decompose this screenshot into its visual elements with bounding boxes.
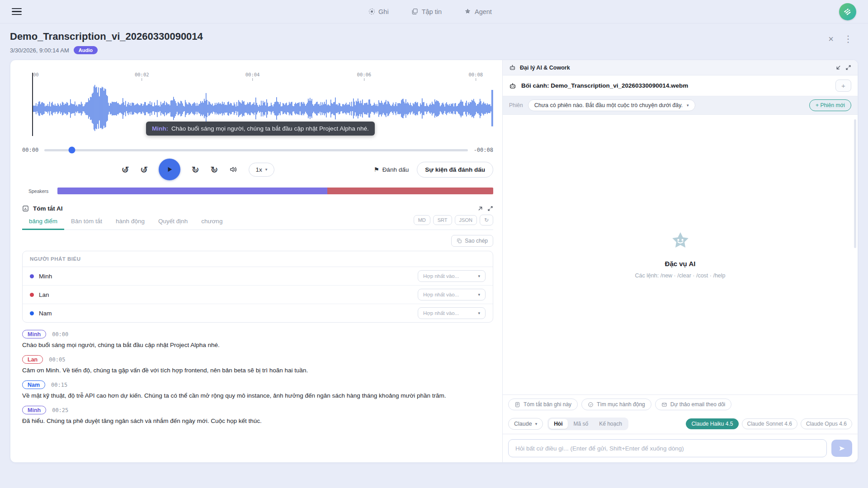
nav-label: Tập tin [422,8,442,15]
mark-button[interactable]: ⚑ Đánh dấu [374,166,409,173]
merge-into-select[interactable]: Hợp nhất vào... ▾ [418,289,486,300]
playhead[interactable] [32,73,33,136]
transcript-timestamp: 00:15 [51,382,67,388]
transcript-text: Chào buổi sáng mọi người, chúng ta bắt đ… [22,342,493,348]
segment-tooltip: Minh: Chào buổi sáng mọi người, chúng ta… [146,122,375,136]
mode-2[interactable]: Kế hoạch [594,419,627,429]
transcript-speaker-pill[interactable]: Minh [22,330,46,338]
transcript-timestamp: 00:25 [52,407,68,413]
transcript-timestamp: 00:00 [52,331,68,338]
speaker-segment-lan[interactable] [327,188,493,194]
expand-icon[interactable] [845,65,851,70]
seek-slider[interactable] [44,149,468,151]
ruler-tick-label: 00 [33,72,39,77]
ruler-tick-label: 00:02 [135,72,149,77]
collapse-icon[interactable] [835,65,841,70]
summary-title: Tóm tắt AI [33,205,63,212]
speaker-color-dot [30,274,34,278]
refresh-icon[interactable]: ↻ [480,215,493,225]
agent-panel-title: Đại lý AI & Cowork [520,65,570,71]
skip-forward-30-icon[interactable]: ↻30 [210,165,218,174]
speakers-timeline[interactable] [57,188,493,194]
seek-row: 00:00 -00:08 [22,147,493,153]
recording-date: 3/30/2026, 9:00:14 AM [10,47,69,54]
skip-back-10-icon[interactable]: ↺10 [140,165,148,174]
doc-icon [514,402,520,408]
copy-label: Sao chép [465,238,488,244]
check-circle-icon [588,402,594,408]
mode-0[interactable]: Hỏi [549,419,567,429]
tab-2[interactable]: hành động [109,213,151,230]
add-context-button[interactable]: + [835,80,851,92]
close-icon[interactable]: × [828,34,834,43]
quick-action-button[interactable]: Tóm tắt bản ghi này [508,399,578,410]
page-title: Demo_Transcription_vi_20260330090014 [10,31,203,42]
tab-1[interactable]: Bản tóm tắt [64,213,109,230]
tab-3[interactable]: Quyết định [151,213,194,230]
export-md-button[interactable]: MD [414,215,430,225]
model-pill-0[interactable]: Claude Haiku 4.5 [686,418,738,429]
transcript-text: Đã hiểu. Chúng ta phê duyệt tăng ngân sá… [22,418,493,424]
transcript-speaker-pill[interactable]: Lan [22,355,43,364]
speakers-label: Speakers [28,188,52,194]
nav-tab-ghi[interactable]: Ghi [369,8,389,15]
transcript-speaker-pill[interactable]: Minh [22,406,46,414]
session-label: Phiên [509,102,523,108]
audio-badge: Audio [74,46,98,54]
robot-icon [509,82,516,89]
playback-speed-select[interactable]: 1x▾ [249,163,275,177]
speaker-color-dot [30,311,34,315]
summary-tabs: bảng điểmBản tóm tắthành độngQuyết địnhc… [22,213,414,230]
open-external-icon[interactable] [477,206,483,211]
record-icon [369,9,375,14]
chevron-down-icon: ▾ [535,422,538,426]
copy-button[interactable]: Sao chép [451,235,493,247]
nav-label: Ghi [378,8,389,15]
marked-events-button[interactable]: Sự kiện đã đánh dấu [417,162,493,178]
model-pill-1[interactable]: Claude Sonnet 4.6 [742,418,797,429]
export-srt-button[interactable]: SRT [433,215,452,225]
seek-thumb[interactable] [68,147,75,154]
tab-4[interactable]: chương [194,213,229,230]
speaker-segment-minh[interactable] [57,188,327,194]
waveform-region[interactable]: 00 00:02 00:04 00:06 00:08 Minh: Chào bu… [32,72,493,141]
nav-tab-agent[interactable]: Agent [464,8,492,15]
menu-button[interactable] [12,8,22,15]
chat-input[interactable] [508,439,827,457]
speaker-name: Minh [39,273,418,280]
expand-icon[interactable] [487,206,493,211]
merge-into-select[interactable]: Hợp nhất vào... ▾ [418,307,486,319]
agent-panel-header: Đại lý AI & Cowork [503,60,858,75]
scrollbar[interactable] [854,119,856,248]
model-pill-2[interactable]: Claude Opus 4.6 [801,418,852,429]
ruler-tick-label: 00:06 [357,72,372,77]
export-json-button[interactable]: JSON [455,215,477,225]
volume-icon[interactable] [229,166,238,173]
model-row: Claude ▾ HỏiMã sốKế hoạch Claude Haiku 4… [503,414,858,434]
quick-action-label: Dự thảo email theo dõi [670,401,725,408]
merge-into-select[interactable]: Hợp nhất vào... ▾ [418,270,486,282]
ruler-tick: 00:04 [245,72,260,81]
context-file-label: Bối cảnh: Demo_Transcription_vi_20260330… [521,82,830,89]
transcript-speaker-pill[interactable]: Nam [22,380,45,389]
app-logo[interactable] [839,3,856,20]
kebab-menu-icon[interactable]: ⋮ [844,34,853,43]
merge-placeholder: Hợp nhất vào... [423,292,459,297]
new-session-button[interactable]: + Phiên mới [809,99,851,111]
quick-action-button[interactable]: Tìm mục hành động [581,399,651,410]
top-navigation: Ghi Tập tin Agent [369,8,492,15]
transcript-timestamp: 00:05 [49,357,65,363]
speaker-row: Nam Hợp nhất vào... ▾ [23,304,493,322]
tab-0[interactable]: bảng điểm [22,213,64,230]
mode-1[interactable]: Mã số [569,419,594,429]
play-button[interactable] [159,159,180,180]
send-button[interactable] [831,440,852,457]
session-select[interactable]: Chưa có phiên nào. Bắt đầu một cuộc trò … [528,99,695,111]
chevron-down-icon: ▾ [265,167,268,172]
speed-value: 1x [256,166,262,173]
skip-back-30-icon[interactable]: ↺30 [121,165,129,174]
provider-select[interactable]: Claude ▾ [508,418,543,430]
quick-action-button[interactable]: Dự thảo email theo dõi [655,399,731,410]
skip-forward-10-icon[interactable]: ↻10 [191,165,199,174]
nav-tab-tap-tin[interactable]: Tập tin [411,8,442,15]
